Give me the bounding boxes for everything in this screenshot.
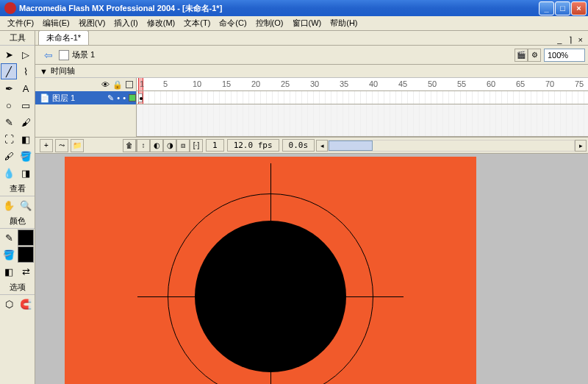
drawn-object[interactable]	[168, 193, 373, 384]
scene-icon	[59, 50, 69, 60]
ruler-mark: 35	[340, 79, 348, 88]
edit-scene-icon[interactable]: 🎬	[514, 49, 528, 62]
stroke-swatch[interactable]	[18, 230, 34, 246]
layer-name[interactable]: 图层 1	[52, 93, 75, 104]
modify-onion-markers-icon[interactable]: [·]	[190, 139, 203, 152]
close-button[interactable]: ×	[571, 1, 587, 15]
menu-control[interactable]: 控制(O)	[251, 16, 288, 30]
back-arrow-icon[interactable]: ⇦	[44, 49, 53, 61]
ruler-mark: 55	[457, 79, 466, 88]
view-header: 查看	[0, 182, 35, 196]
edit-multiple-frames-icon[interactable]: ⧈	[176, 139, 190, 152]
eye-icon[interactable]: 👁	[101, 80, 110, 89]
menu-edit[interactable]: 编辑(E)	[38, 16, 74, 30]
menu-text[interactable]: 文本(T)	[179, 16, 215, 30]
eyedropper-tool-icon[interactable]: 💧	[1, 165, 17, 181]
colors-header: 颜色	[0, 214, 35, 229]
document-window-controls[interactable]: _ ⌉ ×	[557, 35, 588, 45]
layer-icon: 📄	[40, 93, 50, 103]
ruler-mark: 30	[310, 79, 319, 88]
menu-insert[interactable]: 插入(I)	[110, 16, 142, 30]
menu-file[interactable]: 文件(F)	[3, 16, 38, 30]
timeline-scrollbar[interactable]: ◂ ▸	[315, 140, 588, 152]
ink-bottle-tool-icon[interactable]: 🖋	[1, 148, 17, 164]
zoom-field[interactable]	[544, 49, 585, 62]
scroll-thumb[interactable]	[329, 141, 373, 151]
free-transform-tool-icon[interactable]: ⛶	[1, 131, 17, 147]
menu-commands[interactable]: 命令(C)	[215, 16, 251, 30]
swap-colors-icon[interactable]: ⇄	[18, 263, 34, 280]
ruler-mark: 75	[575, 79, 584, 88]
elapsed-field: 0.0s	[282, 139, 315, 152]
scroll-left-icon[interactable]: ◂	[316, 140, 328, 152]
add-motion-guide-icon[interactable]: ⤳	[55, 139, 68, 152]
ruler-mark: 65	[516, 79, 525, 88]
scene-bar: ⇦ 场景 1 🎬 ⚙	[35, 46, 588, 65]
keyframe[interactable]	[138, 93, 143, 102]
subselection-tool-icon[interactable]: ▷	[18, 46, 34, 63]
pencil-tool-icon[interactable]: ✎	[1, 114, 17, 130]
menu-view[interactable]: 视图(V)	[74, 16, 110, 30]
maximize-button[interactable]: □	[555, 1, 570, 15]
add-layer-icon[interactable]: +	[40, 139, 53, 152]
oval-tool-icon[interactable]: ○	[1, 97, 17, 113]
add-folder-icon[interactable]: 📁	[71, 139, 84, 152]
menu-help[interactable]: 帮助(H)	[326, 16, 362, 30]
ruler-mark: 25	[281, 79, 290, 88]
stage-area[interactable]	[35, 154, 588, 384]
ruler-mark: 70	[545, 79, 554, 88]
layer-row[interactable]: 📄 图层 1 ✎ ••	[35, 91, 137, 104]
tool-panel: 工具 ➤ ▷ ╱ ⌇ ✒ A ○ ▭ ✎ 🖌 ⛶ ◧ 🖋 🪣 💧 ◨ 查看 ✋ …	[0, 31, 35, 384]
ruler-mark: 40	[369, 79, 378, 88]
onion-skin-icon[interactable]: ◐	[150, 139, 163, 152]
menu-window[interactable]: 窗口(W)	[288, 16, 326, 30]
onion-skin-outlines-icon[interactable]: ◑	[163, 139, 176, 152]
frames-area[interactable]	[137, 91, 588, 104]
ruler-mark: 45	[398, 79, 407, 88]
menu-modify[interactable]: 修改(M)	[143, 16, 180, 30]
frame-ruler[interactable]: 151015202530354045505560657075808590	[137, 78, 588, 91]
app-icon	[4, 2, 16, 14]
ruler-mark: 1	[140, 79, 144, 88]
lasso-tool-icon[interactable]: ⌇	[18, 63, 34, 79]
ruler-mark: 15	[222, 79, 231, 88]
fill-color-icon: 🪣	[1, 246, 17, 263]
fill-transform-tool-icon[interactable]: ◧	[18, 131, 34, 147]
line-tool-icon[interactable]: ╱	[1, 63, 17, 79]
brush-tool-icon[interactable]: 🖌	[18, 114, 34, 130]
hand-tool-icon[interactable]: ✋	[1, 197, 17, 213]
window-title: Macromedia Flash MX Professional 2004 - …	[19, 3, 538, 14]
outline-icon[interactable]	[126, 81, 133, 88]
stroke-color-icon: ✎	[1, 230, 17, 246]
magnet-option-icon[interactable]: 🧲	[18, 296, 34, 312]
timeline-status-bar: + ⤳ 📁 🗑 ↕ ◐ ◑ ⧈ [·] 1 12.0 fps 0.0s ◂ ▸	[35, 137, 588, 153]
rectangle-tool-icon[interactable]: ▭	[18, 97, 34, 113]
zoom-tool-icon[interactable]: 🔍	[18, 197, 34, 213]
delete-layer-icon[interactable]: 🗑	[123, 139, 136, 152]
layer-outline-swatch[interactable]	[129, 94, 136, 102]
stage[interactable]	[65, 157, 476, 384]
center-frame-icon[interactable]: ↕	[137, 139, 150, 152]
text-tool-icon[interactable]: A	[18, 80, 34, 96]
lock-icon[interactable]: 🔒	[112, 80, 123, 90]
snap-option-icon[interactable]: ⬡	[1, 296, 17, 312]
edit-symbols-icon[interactable]: ⚙	[528, 49, 541, 62]
minimize-button[interactable]: _	[539, 1, 554, 15]
frames-empty-area	[137, 104, 588, 137]
collapse-triangle-icon[interactable]: ▼	[40, 67, 48, 76]
tools-header: 工具	[0, 31, 35, 46]
selection-tool-icon[interactable]: ➤	[1, 46, 17, 63]
default-colors-icon[interactable]: ◧	[1, 263, 17, 280]
scene-name[interactable]: 场景 1	[72, 49, 514, 60]
layer-empty-area	[35, 104, 137, 137]
eraser-tool-icon[interactable]: ◨	[18, 165, 34, 181]
black-circle-shape[interactable]	[195, 221, 346, 372]
fill-swatch[interactable]	[18, 246, 34, 263]
paint-bucket-tool-icon[interactable]: 🪣	[18, 148, 34, 164]
document-tab[interactable]: 未命名-1*	[38, 30, 89, 45]
options-header: 选项	[0, 280, 35, 295]
scroll-right-icon[interactable]: ▸	[575, 140, 587, 152]
timeline-header[interactable]: ▼ 时间轴	[35, 65, 588, 78]
pen-tool-icon[interactable]: ✒	[1, 80, 17, 96]
timeline-title: 时间轴	[51, 65, 75, 77]
